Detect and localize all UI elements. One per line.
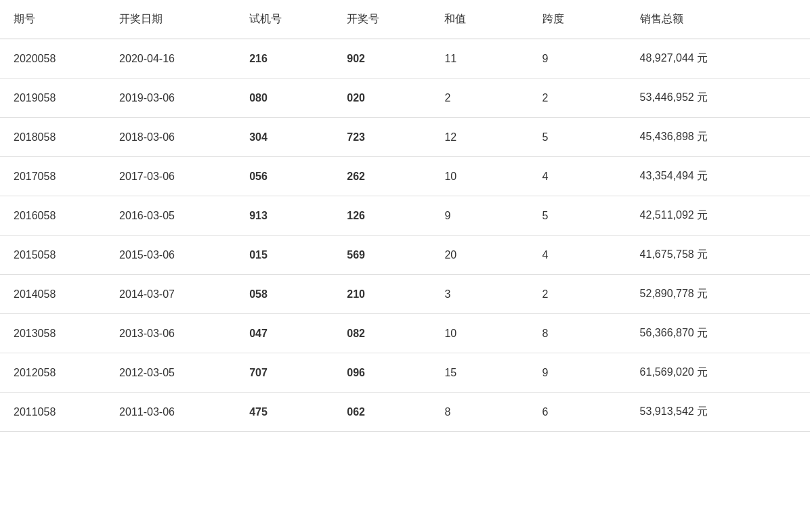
cell-draw: 210 — [333, 275, 431, 314]
cell-sum: 9 — [431, 196, 528, 236]
cell-period: 2017058 — [0, 157, 106, 196]
cell-trial: 707 — [236, 353, 333, 393]
cell-sum: 10 — [431, 157, 528, 196]
cell-period: 2016058 — [0, 196, 106, 236]
cell-draw: 569 — [333, 236, 431, 275]
cell-date: 2016-03-05 — [106, 196, 236, 236]
cell-sales: 56,366,870 元 — [626, 314, 810, 353]
cell-sum: 8 — [431, 393, 528, 432]
cell-sales: 41,675,758 元 — [626, 236, 810, 275]
cell-period: 2012058 — [0, 353, 106, 393]
cell-sales: 61,569,020 元 — [626, 353, 810, 393]
table-row: 20120582012-03-0570709615961,569,020 元 — [0, 353, 810, 393]
table-row: 20170582017-03-0605626210443,354,494 元 — [0, 157, 810, 196]
cell-span: 8 — [529, 314, 626, 353]
header-trial: 试机号 — [236, 0, 333, 39]
cell-draw: 902 — [333, 39, 431, 79]
cell-span: 6 — [529, 393, 626, 432]
cell-sales: 53,913,542 元 — [626, 393, 810, 432]
cell-draw: 020 — [333, 79, 431, 118]
table-row: 20140582014-03-070582103252,890,778 元 — [0, 275, 810, 314]
table-row: 20160582016-03-059131269542,511,092 元 — [0, 196, 810, 236]
cell-period: 2013058 — [0, 314, 106, 353]
header-date: 开奖日期 — [106, 0, 236, 39]
cell-sum: 15 — [431, 353, 528, 393]
cell-draw: 082 — [333, 314, 431, 353]
cell-sum: 2 — [431, 79, 528, 118]
cell-sales: 53,446,952 元 — [626, 79, 810, 118]
cell-span: 4 — [529, 236, 626, 275]
cell-sum: 10 — [431, 314, 528, 353]
header-sum: 和值 — [431, 0, 528, 39]
table-row: 20200582020-04-1621690211948,927,044 元 — [0, 39, 810, 79]
cell-draw: 126 — [333, 196, 431, 236]
cell-trial: 080 — [236, 79, 333, 118]
cell-date: 2019-03-06 — [106, 79, 236, 118]
cell-period: 2015058 — [0, 236, 106, 275]
cell-draw: 723 — [333, 118, 431, 157]
header-span: 跨度 — [529, 0, 626, 39]
cell-trial: 304 — [236, 118, 333, 157]
cell-trial: 475 — [236, 393, 333, 432]
cell-draw: 262 — [333, 157, 431, 196]
table-row: 20180582018-03-0630472312545,436,898 元 — [0, 118, 810, 157]
table-row: 20130582013-03-0604708210856,366,870 元 — [0, 314, 810, 353]
table-header-row: 期号 开奖日期 试机号 开奖号 和值 跨度 销售总额 — [0, 0, 810, 39]
cell-period: 2020058 — [0, 39, 106, 79]
cell-draw: 062 — [333, 393, 431, 432]
cell-period: 2011058 — [0, 393, 106, 432]
cell-sum: 20 — [431, 236, 528, 275]
cell-date: 2014-03-07 — [106, 275, 236, 314]
header-draw: 开奖号 — [333, 0, 431, 39]
cell-trial: 216 — [236, 39, 333, 79]
cell-date: 2020-04-16 — [106, 39, 236, 79]
cell-sales: 43,354,494 元 — [626, 157, 810, 196]
cell-sum: 11 — [431, 39, 528, 79]
cell-sales: 48,927,044 元 — [626, 39, 810, 79]
cell-sum: 3 — [431, 275, 528, 314]
cell-date: 2017-03-06 — [106, 157, 236, 196]
cell-trial: 047 — [236, 314, 333, 353]
cell-sales: 42,511,092 元 — [626, 196, 810, 236]
cell-draw: 096 — [333, 353, 431, 393]
header-period: 期号 — [0, 0, 106, 39]
cell-trial: 913 — [236, 196, 333, 236]
cell-span: 2 — [529, 275, 626, 314]
cell-date: 2018-03-06 — [106, 118, 236, 157]
cell-sales: 45,436,898 元 — [626, 118, 810, 157]
cell-span: 5 — [529, 196, 626, 236]
cell-sum: 12 — [431, 118, 528, 157]
cell-span: 9 — [529, 39, 626, 79]
cell-sales: 52,890,778 元 — [626, 275, 810, 314]
lottery-table: 期号 开奖日期 试机号 开奖号 和值 跨度 销售总额 20200582020-0… — [0, 0, 810, 432]
cell-trial: 058 — [236, 275, 333, 314]
cell-trial: 056 — [236, 157, 333, 196]
cell-span: 4 — [529, 157, 626, 196]
cell-span: 5 — [529, 118, 626, 157]
table-row: 20150582015-03-0601556920441,675,758 元 — [0, 236, 810, 275]
lottery-table-container: 期号 开奖日期 试机号 开奖号 和值 跨度 销售总额 20200582020-0… — [0, 0, 810, 432]
cell-span: 9 — [529, 353, 626, 393]
header-sales: 销售总额 — [626, 0, 810, 39]
cell-period: 2019058 — [0, 79, 106, 118]
cell-span: 2 — [529, 79, 626, 118]
cell-date: 2012-03-05 — [106, 353, 236, 393]
cell-date: 2013-03-06 — [106, 314, 236, 353]
cell-date: 2015-03-06 — [106, 236, 236, 275]
cell-period: 2018058 — [0, 118, 106, 157]
cell-date: 2011-03-06 — [106, 393, 236, 432]
table-row: 20110582011-03-064750628653,913,542 元 — [0, 393, 810, 432]
cell-trial: 015 — [236, 236, 333, 275]
cell-period: 2014058 — [0, 275, 106, 314]
table-row: 20190582019-03-060800202253,446,952 元 — [0, 79, 810, 118]
